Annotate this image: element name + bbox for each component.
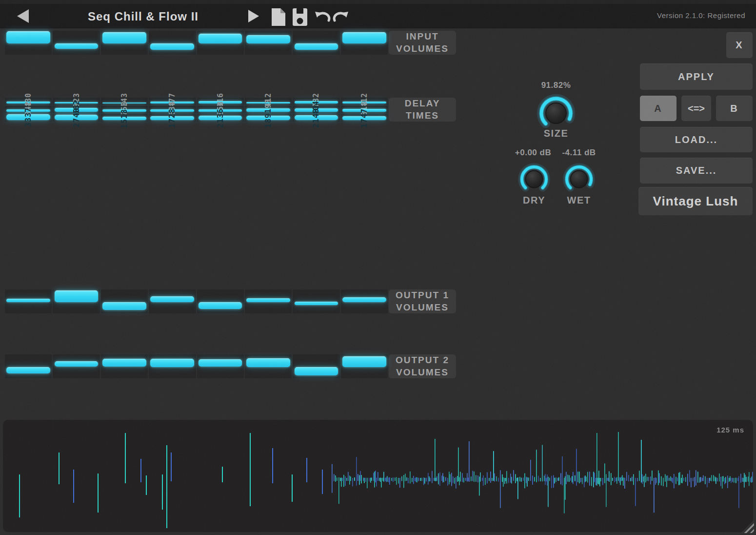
delay-bar[interactable]: 2136 <box>199 116 242 121</box>
value-bar[interactable] <box>342 297 386 302</box>
value-bar[interactable] <box>6 299 50 302</box>
value-bar[interactable] <box>199 34 242 43</box>
value-bar[interactable] <box>55 361 99 367</box>
delay-times-cell-1-6[interactable]: 1404 <box>293 106 339 113</box>
input-volumes-cell-0-2[interactable] <box>101 31 148 55</box>
input-volumes-cell-0-7[interactable] <box>341 31 388 55</box>
delay-times-cell-1-4[interactable]: 868 <box>197 106 244 113</box>
delay-bar[interactable] <box>342 102 386 103</box>
apply-button[interactable]: APPLY <box>640 63 753 90</box>
input-volumes-cell-0-0[interactable] <box>5 31 52 55</box>
value-bar[interactable] <box>55 290 99 302</box>
delay-bar[interactable]: 2748 <box>55 115 99 120</box>
dry-knob[interactable] <box>516 161 552 199</box>
delay-times-cell-1-1[interactable]: 1662 <box>53 106 99 113</box>
output-1-volumes-cell-0-3[interactable] <box>149 289 196 313</box>
output-2-volumes-cell-0-6[interactable] <box>293 354 339 378</box>
delay-bar[interactable]: 2148 <box>295 115 338 120</box>
delay-times-cell-1-3[interactable]: 684 <box>149 106 196 113</box>
output-2-volumes-cell-0-0[interactable] <box>5 354 52 378</box>
value-bar[interactable] <box>342 356 386 367</box>
undo-icon[interactable] <box>314 11 331 23</box>
output-1-volumes-cell-0-4[interactable] <box>197 289 244 313</box>
output-2-volumes-cell-0-1[interactable] <box>53 354 99 378</box>
delay-times-cell-2-7[interactable]: 1747 <box>341 114 388 122</box>
delay-times-cell-0-7[interactable]: 412 <box>341 98 388 105</box>
delay-bar[interactable] <box>150 102 194 103</box>
delay-bar[interactable] <box>295 101 338 103</box>
value-bar[interactable] <box>342 32 386 43</box>
delay-times-cell-2-0[interactable]: 3337 <box>5 114 52 122</box>
input-volumes-cell-0-6[interactable] <box>293 31 339 55</box>
load-button[interactable]: LOAD... <box>640 127 753 152</box>
delay-times-cell-0-4[interactable]: 816 <box>197 98 244 105</box>
preset-name-display[interactable]: Vintage Lush <box>638 187 753 215</box>
delay-bar[interactable] <box>342 109 386 112</box>
delay-bar[interactable] <box>150 109 194 112</box>
delay-times-cell-1-0[interactable]: 842 <box>5 106 52 113</box>
delay-bar[interactable] <box>55 102 99 103</box>
value-bar[interactable] <box>295 302 338 305</box>
value-bar[interactable] <box>6 367 50 374</box>
value-bar[interactable] <box>199 359 242 367</box>
redo-icon[interactable] <box>333 11 349 23</box>
delay-bar[interactable] <box>102 109 146 112</box>
save-button[interactable]: SAVE... <box>640 158 753 184</box>
delay-bar[interactable]: 1518 <box>102 117 146 121</box>
delay-times-cell-1-7[interactable]: 818 <box>341 106 388 113</box>
delay-bar[interactable] <box>102 103 146 103</box>
value-bar[interactable] <box>6 31 50 43</box>
delay-bar[interactable]: 1891 <box>246 116 290 120</box>
delay-bar[interactable]: 1728 <box>150 116 194 121</box>
output-1-volumes-cell-0-0[interactable] <box>5 289 52 313</box>
value-bar[interactable] <box>55 43 99 49</box>
value-bar[interactable] <box>102 359 146 367</box>
value-bar[interactable] <box>102 32 146 43</box>
new-file-icon[interactable] <box>269 7 288 27</box>
input-volumes-cell-0-5[interactable] <box>245 31 292 55</box>
input-volumes-cell-0-1[interactable] <box>53 31 99 55</box>
delay-times-cell-2-6[interactable]: 2148 <box>293 114 339 122</box>
delay-times-cell-1-2[interactable]: 753 <box>101 106 148 113</box>
output-1-volumes-cell-0-1[interactable] <box>53 289 99 313</box>
delay-times-cell-0-2[interactable]: 143 <box>101 98 148 105</box>
delay-bar[interactable] <box>199 101 242 103</box>
delay-times-cell-0-6[interactable]: 732 <box>293 98 339 105</box>
output-1-volumes-cell-0-5[interactable] <box>245 289 292 313</box>
delay-bar[interactable] <box>199 109 242 112</box>
value-bar[interactable] <box>246 35 290 43</box>
delay-bar[interactable] <box>246 108 290 112</box>
delay-bar[interactable] <box>6 102 50 103</box>
delay-bar[interactable]: 3337 <box>6 114 50 121</box>
close-button[interactable]: X <box>726 32 753 58</box>
wet-knob[interactable] <box>561 161 597 199</box>
output-1-volumes-cell-0-7[interactable] <box>341 289 388 313</box>
output-2-volumes-cell-0-5[interactable] <box>245 354 292 378</box>
delay-times-cell-2-1[interactable]: 2748 <box>53 114 99 122</box>
delay-bar[interactable] <box>246 102 290 103</box>
output-1-volumes-cell-0-6[interactable] <box>293 289 339 313</box>
save-icon[interactable] <box>291 7 309 27</box>
value-bar[interactable] <box>295 43 338 50</box>
output-2-volumes-cell-0-7[interactable] <box>341 354 388 378</box>
delay-bar[interactable] <box>6 109 50 112</box>
value-bar[interactable] <box>295 367 338 375</box>
preset-a-button[interactable]: A <box>640 96 676 121</box>
delay-times-cell-0-1[interactable]: 323 <box>53 98 99 105</box>
delay-times-cell-0-3[interactable]: 477 <box>149 98 196 105</box>
output-2-volumes-cell-0-2[interactable] <box>101 354 148 378</box>
delay-times-cell-2-2[interactable]: 1518 <box>101 114 148 122</box>
output-2-volumes-cell-0-4[interactable] <box>197 354 244 378</box>
delay-bar[interactable]: 1662 <box>55 108 99 112</box>
value-bar[interactable] <box>150 43 194 50</box>
value-bar[interactable] <box>150 296 194 302</box>
value-bar[interactable] <box>199 302 242 309</box>
input-volumes-cell-0-4[interactable] <box>197 31 244 55</box>
delay-times-cell-2-5[interactable]: 1891 <box>245 114 292 122</box>
delay-bar[interactable]: 1404 <box>295 108 338 112</box>
output-2-volumes-cell-0-3[interactable] <box>149 354 196 378</box>
input-volumes-cell-0-3[interactable] <box>149 31 196 55</box>
value-bar[interactable] <box>150 359 194 367</box>
output-1-volumes-cell-0-2[interactable] <box>101 289 148 313</box>
value-bar[interactable] <box>246 298 290 302</box>
